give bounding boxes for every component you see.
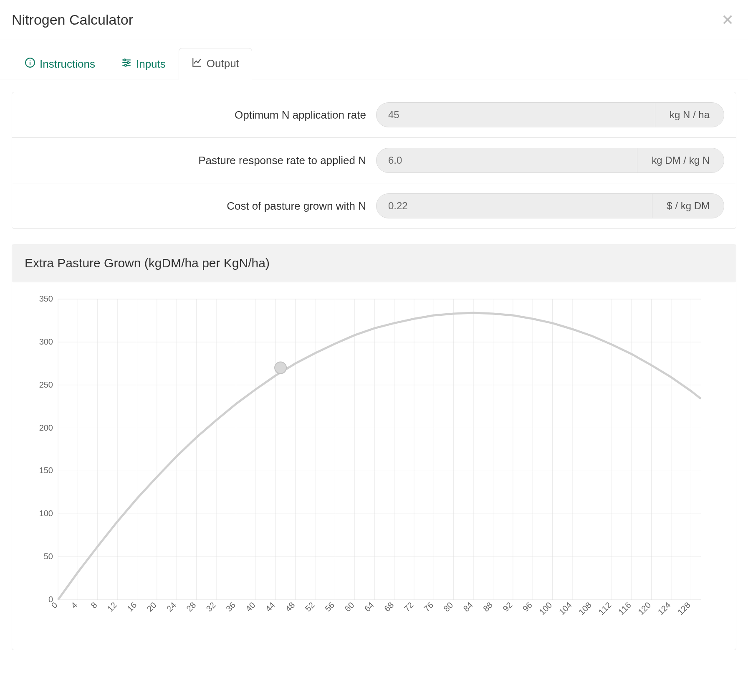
svg-text:4: 4 — [69, 600, 79, 610]
output-field: 6.0 kg DM / kg N — [376, 148, 724, 173]
tab-label: Output — [207, 57, 239, 70]
svg-text:88: 88 — [481, 600, 494, 613]
svg-point-2 — [30, 60, 30, 61]
svg-text:100: 100 — [537, 600, 553, 616]
output-row-cost: Cost of pasture grown with N 0.22 $ / kg… — [12, 183, 736, 228]
svg-text:32: 32 — [205, 600, 217, 613]
output-label: Cost of pasture grown with N — [24, 200, 366, 213]
svg-text:80: 80 — [442, 600, 455, 613]
svg-text:12: 12 — [106, 600, 119, 613]
page-title: Nitrogen Calculator — [12, 12, 133, 28]
svg-text:40: 40 — [244, 600, 257, 613]
svg-text:92: 92 — [501, 600, 514, 613]
svg-text:120: 120 — [636, 600, 652, 616]
svg-text:72: 72 — [402, 600, 415, 613]
svg-text:96: 96 — [521, 600, 534, 613]
svg-text:24: 24 — [165, 600, 178, 613]
svg-point-6 — [127, 62, 129, 63]
output-field: 0.22 $ / kg DM — [376, 193, 724, 218]
svg-text:36: 36 — [224, 600, 237, 613]
svg-text:16: 16 — [125, 600, 138, 613]
output-row-response-rate: Pasture response rate to applied N 6.0 k… — [12, 137, 736, 183]
svg-text:116: 116 — [617, 600, 633, 616]
chart-card: Extra Pasture Grown (kgDM/ha per KgN/ha)… — [12, 244, 736, 650]
svg-text:28: 28 — [184, 600, 197, 613]
svg-text:84: 84 — [462, 600, 475, 613]
svg-text:48: 48 — [283, 600, 296, 613]
svg-text:0: 0 — [49, 600, 59, 610]
svg-point-4 — [124, 59, 125, 61]
svg-text:76: 76 — [422, 600, 435, 613]
svg-text:60: 60 — [343, 600, 356, 613]
tab-label: Inputs — [136, 58, 166, 71]
tab-output[interactable]: Output — [179, 48, 252, 79]
svg-text:68: 68 — [382, 600, 395, 613]
chart-title: Extra Pasture Grown (kgDM/ha per KgN/ha) — [12, 244, 736, 282]
output-value: 6.0 — [377, 148, 637, 172]
svg-point-91 — [275, 362, 286, 374]
tab-inputs[interactable]: Inputs — [108, 48, 179, 79]
svg-text:52: 52 — [303, 600, 316, 613]
tab-instructions[interactable]: Instructions — [12, 48, 108, 79]
svg-text:50: 50 — [44, 552, 53, 561]
svg-text:64: 64 — [363, 600, 376, 613]
svg-text:20: 20 — [145, 600, 158, 613]
output-value: 0.22 — [377, 194, 652, 218]
svg-text:108: 108 — [577, 600, 593, 616]
svg-text:350: 350 — [39, 294, 53, 303]
svg-text:200: 200 — [39, 423, 53, 432]
svg-text:104: 104 — [557, 600, 574, 616]
svg-text:112: 112 — [596, 600, 613, 616]
svg-text:128: 128 — [676, 600, 692, 616]
svg-text:100: 100 — [39, 509, 53, 518]
chart-icon — [192, 57, 202, 71]
info-icon — [25, 57, 35, 71]
close-icon[interactable]: ✕ — [719, 13, 736, 28]
output-value: 45 — [377, 103, 655, 127]
output-field: 45 kg N / ha — [376, 102, 724, 127]
svg-text:8: 8 — [89, 600, 99, 610]
sliders-icon — [121, 57, 132, 71]
output-label: Pasture response rate to applied N — [24, 154, 366, 167]
output-summary: Optimum N application rate 45 kg N / ha … — [12, 92, 736, 229]
svg-text:44: 44 — [264, 600, 277, 613]
svg-point-8 — [125, 64, 126, 66]
output-row-optimum-n: Optimum N application rate 45 kg N / ha — [12, 92, 736, 137]
svg-text:300: 300 — [39, 337, 53, 346]
output-unit: kg N / ha — [655, 103, 724, 127]
tab-label: Instructions — [40, 58, 95, 71]
output-unit: kg DM / kg N — [637, 148, 724, 172]
svg-text:150: 150 — [39, 466, 53, 475]
svg-text:56: 56 — [323, 600, 336, 613]
tabs-bar: Instructions Inputs Output — [0, 48, 748, 79]
line-chart: 0501001502002503003500481216202428323640… — [20, 291, 709, 633]
svg-text:124: 124 — [656, 600, 672, 616]
svg-text:250: 250 — [39, 380, 53, 389]
output-unit: $ / kg DM — [652, 194, 724, 218]
output-label: Optimum N application rate — [24, 109, 366, 122]
